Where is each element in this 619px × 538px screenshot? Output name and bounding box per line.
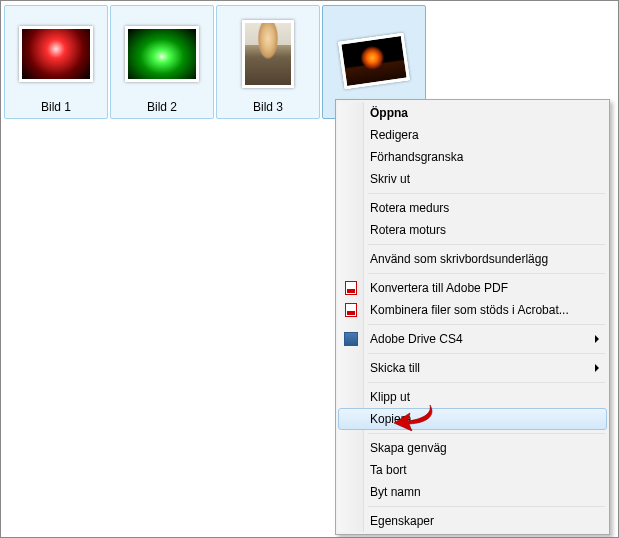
menu-separator: [368, 382, 605, 383]
menu-convert-pdf[interactable]: Konvertera till Adobe PDF: [338, 277, 607, 299]
menu-separator: [368, 353, 605, 354]
menu-label: Skapa genväg: [370, 441, 447, 455]
pdf-icon: [343, 302, 359, 318]
context-menu: Öppna Redigera Förhandsgranska Skriv ut …: [335, 99, 610, 535]
menu-label: Skicka till: [370, 361, 420, 375]
pdf-icon: [343, 280, 359, 296]
menu-label: Ta bort: [370, 463, 407, 477]
menu-label: Använd som skrivbordsunderlägg: [370, 252, 548, 266]
thumbnail-label: Bild 2: [147, 96, 177, 114]
menu-combine-acrobat[interactable]: Kombinera filer som stöds i Acrobat...: [338, 299, 607, 321]
thumbnail-image-wrap: [125, 12, 199, 96]
menu-separator: [368, 244, 605, 245]
menu-label: Egenskaper: [370, 514, 434, 528]
menu-create-shortcut[interactable]: Skapa genväg: [338, 437, 607, 459]
menu-label: Kombinera filer som stöds i Acrobat...: [370, 303, 569, 317]
menu-label: Förhandsgranska: [370, 150, 463, 164]
menu-preview[interactable]: Förhandsgranska: [338, 146, 607, 168]
menu-open[interactable]: Öppna: [338, 102, 607, 124]
menu-separator: [368, 433, 605, 434]
menu-label: Öppna: [370, 106, 408, 120]
thumbnail-item[interactable]: Bild 3: [216, 5, 320, 119]
menu-properties[interactable]: Egenskaper: [338, 510, 607, 532]
menu-separator: [368, 273, 605, 274]
thumbnail-image: [125, 26, 199, 82]
thumbnail-image-wrap: [242, 12, 294, 96]
menu-label: Rotera medurs: [370, 201, 449, 215]
thumbnail-image: [338, 33, 410, 90]
menu-cut[interactable]: Klipp ut: [338, 386, 607, 408]
menu-edit[interactable]: Redigera: [338, 124, 607, 146]
thumbnail-image: [242, 20, 294, 88]
menu-print[interactable]: Skriv ut: [338, 168, 607, 190]
thumbnail-image-wrap: [19, 12, 93, 96]
menu-label: Adobe Drive CS4: [370, 332, 463, 346]
menu-copy[interactable]: Kopiera: [338, 408, 607, 430]
thumbnail-item[interactable]: Bild 2: [110, 5, 214, 119]
menu-delete[interactable]: Ta bort: [338, 459, 607, 481]
submenu-arrow-icon: [595, 335, 599, 343]
submenu-arrow-icon: [595, 364, 599, 372]
thumbnail-label: Bild 1: [41, 96, 71, 114]
menu-adobe-drive[interactable]: Adobe Drive CS4: [338, 328, 607, 350]
menu-label: Redigera: [370, 128, 419, 142]
drive-icon: [343, 331, 359, 347]
menu-label: Klipp ut: [370, 390, 410, 404]
menu-rotate-cw[interactable]: Rotera medurs: [338, 197, 607, 219]
menu-set-wallpaper[interactable]: Använd som skrivbordsunderlägg: [338, 248, 607, 270]
menu-separator: [368, 506, 605, 507]
thumbnail-image: [19, 26, 93, 82]
menu-label: Kopiera: [370, 412, 411, 426]
menu-label: Konvertera till Adobe PDF: [370, 281, 508, 295]
menu-rotate-ccw[interactable]: Rotera moturs: [338, 219, 607, 241]
menu-send-to[interactable]: Skicka till: [338, 357, 607, 379]
thumbnail-label: Bild 3: [253, 96, 283, 114]
menu-label: Byt namn: [370, 485, 421, 499]
menu-label: Rotera moturs: [370, 223, 446, 237]
menu-separator: [368, 193, 605, 194]
menu-label: Skriv ut: [370, 172, 410, 186]
menu-rename[interactable]: Byt namn: [338, 481, 607, 503]
menu-separator: [368, 324, 605, 325]
thumbnail-item[interactable]: Bild 1: [4, 5, 108, 119]
